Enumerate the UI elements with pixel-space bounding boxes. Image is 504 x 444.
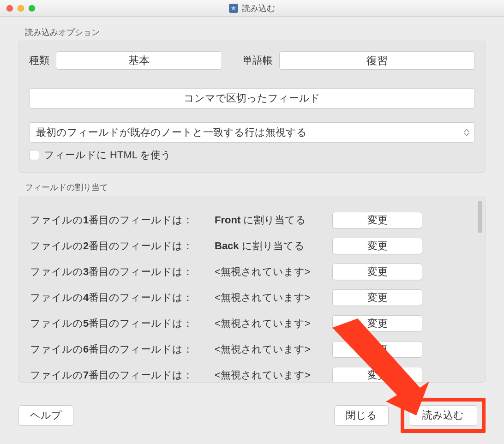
duplicate-handling-select[interactable]: 最初のフィールドが既存のノートと一致する行は無視する [29, 122, 475, 143]
delimiter-button-label: コンマで区切ったフィールド [184, 91, 320, 105]
type-label: 種類 [29, 54, 49, 67]
deck-label: 単語帳 [242, 54, 273, 67]
deck-value: 復習 [366, 54, 388, 68]
field-mapping-source: ファイルの4番目のフィールドは： [30, 291, 215, 305]
note-type-value: 基本 [128, 54, 150, 68]
field-mapping-target: <無視されています> [215, 291, 332, 305]
help-button[interactable]: ヘルプ [18, 405, 73, 426]
field-mapping-source: ファイルの6番目のフィールドは： [30, 342, 215, 356]
window-title: 読み込む [242, 3, 275, 14]
select-stepper-icon [462, 126, 471, 138]
field-mapping-source: ファイルの1番目のフィールドは： [30, 213, 215, 227]
change-field-button[interactable]: 変更 [332, 289, 422, 306]
field-index: 2 [83, 240, 89, 252]
field-index: 6 [83, 343, 89, 355]
field-mapping-source: ファイルの3番目のフィールドは： [30, 265, 215, 279]
field-mapping-target: <無視されています> [215, 342, 332, 356]
field-mapping-row: ファイルの4番目のフィールドは：<無視されています>変更 [30, 285, 469, 311]
change-field-button[interactable]: 変更 [332, 315, 422, 332]
change-field-button-label: 変更 [367, 213, 388, 227]
field-mapping-row: ファイルの7番目のフィールドは：<無視されています>変更 [30, 362, 469, 383]
field-mapping-source: ファイルの5番目のフィールドは： [30, 317, 215, 330]
help-button-label: ヘルプ [30, 408, 62, 422]
delimiter-button[interactable]: コンマで区切ったフィールド [29, 88, 475, 108]
import-button[interactable]: 読み込む [409, 405, 477, 426]
allow-html-label: フィールドに HTML を使う [44, 148, 171, 162]
field-mapping-row: ファイルの5番目のフィールドは：<無視されています>変更 [30, 311, 469, 336]
field-index: 5 [83, 318, 89, 329]
field-target-name: Back [215, 240, 239, 252]
zoom-window-button[interactable] [29, 5, 35, 12]
import-button-label: 読み込む [422, 408, 464, 422]
field-index: 4 [83, 292, 89, 303]
close-button[interactable]: 閉じる [334, 405, 389, 426]
change-field-button[interactable]: 変更 [332, 238, 422, 254]
app-icon: ★ [229, 4, 238, 13]
change-field-button-label: 変更 [367, 265, 388, 279]
change-field-button[interactable]: 変更 [332, 212, 422, 228]
field-mapping-row: ファイルの3番目のフィールドは：<無視されています>変更 [30, 259, 469, 285]
field-mapping-source: ファイルの7番目のフィールドは： [30, 368, 215, 382]
field-mapping-label: フィールドの割り当て [25, 182, 486, 193]
field-target-name: Front [215, 214, 240, 226]
field-mapping-target: Front に割り当てる [215, 213, 332, 227]
import-options-panel: 種類 基本 単語帳 復習 コンマで区切ったフィールド 最初のフィールドが既存のノ… [18, 41, 486, 173]
change-field-button-label: 変更 [367, 317, 388, 330]
field-mapping-row: ファイルの6番目のフィールドは：<無視されています>変更 [30, 336, 469, 362]
change-field-button-label: 変更 [367, 239, 388, 253]
close-window-button[interactable] [6, 5, 13, 12]
import-options-label: 読み込みオプション [25, 27, 486, 38]
field-mapping-target: Back に割り当てる [215, 239, 332, 253]
import-button-highlight: 読み込む [401, 398, 486, 433]
deck-button[interactable]: 復習 [279, 51, 475, 70]
field-index: 7 [83, 369, 89, 381]
field-mapping-target: <無視されています> [215, 368, 332, 382]
field-mapping-target: <無視されています> [215, 265, 332, 279]
change-field-button-label: 変更 [367, 291, 388, 305]
close-button-label: 閉じる [346, 408, 377, 422]
field-mapping-row: ファイルの1番目のフィールドは：Front に割り当てる変更 [30, 207, 469, 233]
change-field-button-label: 変更 [367, 342, 388, 356]
window-controls [0, 5, 35, 12]
field-mapping-row: ファイルの2番目のフィールドは：Back に割り当てる変更 [30, 233, 469, 259]
mapping-scrollbar[interactable] [477, 201, 482, 378]
field-index: 1 [83, 214, 89, 226]
dialog-footer: ヘルプ 閉じる 読み込む [18, 398, 486, 433]
change-field-button-label: 変更 [367, 368, 388, 382]
minimize-window-button[interactable] [18, 5, 24, 12]
field-index: 3 [83, 266, 89, 277]
mapping-scrollbar-thumb[interactable] [478, 201, 482, 233]
note-type-button[interactable]: 基本 [56, 51, 222, 70]
change-field-button[interactable]: 変更 [332, 341, 422, 358]
titlebar: ★ 読み込む [0, 0, 504, 17]
field-mapping-panel: ファイルの1番目のフィールドは：Front に割り当てる変更ファイルの2番目のフ… [18, 196, 486, 383]
duplicate-handling-value: 最初のフィールドが既存のノートと一致する行は無視する [36, 126, 307, 139]
field-mapping-source: ファイルの2番目のフィールドは： [30, 239, 215, 253]
field-mapping-target: <無視されています> [215, 317, 332, 330]
allow-html-checkbox[interactable] [29, 150, 39, 160]
change-field-button[interactable]: 変更 [332, 264, 422, 280]
change-field-button[interactable]: 変更 [332, 367, 422, 383]
